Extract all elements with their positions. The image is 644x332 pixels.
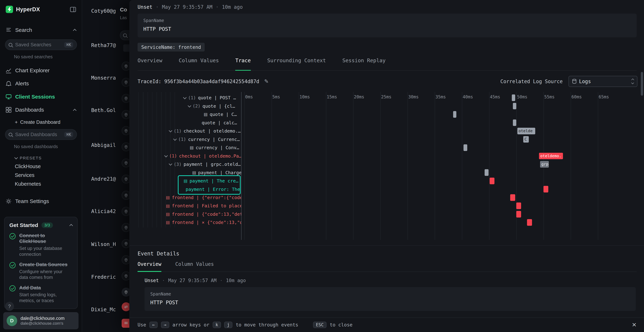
map-pin-icon[interactable] [122,62,130,71]
map-pin-icon[interactable] [122,110,130,119]
session-search-input[interactable]: Se [120,30,129,40]
span-bar[interactable] [513,103,516,110]
close-icon[interactable]: ✕ [632,322,637,328]
saved-dashboards-input[interactable]: Saved Dashboards ⌘K [5,129,77,140]
sidebar-item-team-settings[interactable]: Team Settings [0,196,82,206]
tab-surrounding-context[interactable]: Surrounding Context [267,58,326,70]
map-pin-icon[interactable] [122,174,130,184]
scrollbar-thumb[interactable] [641,72,643,96]
session-list-item[interactable]: Coty60@g [91,8,116,14]
sidebar-item-client-sessions[interactable]: Client Sessions [0,92,82,102]
span-bar[interactable]: oteldemo. [539,153,563,160]
create-dashboard-button[interactable]: + Create Dashboard [15,119,82,125]
span-bar[interactable]: otelde [517,128,535,134]
span-tree-row[interactable]: ▤quote | C… [138,110,241,118]
presets-header[interactable]: PRESETS [15,156,82,160]
span-bar[interactable]: grp [540,161,549,168]
span-tree-row[interactable]: (1)checkout | oteldemo.Pa… [138,152,241,160]
sidebar-item-search[interactable]: Search [0,25,82,36]
span-tree-row[interactable]: (2)quote | {cl… [138,102,241,110]
sidebar-item-alerts[interactable]: Alerts [0,78,82,89]
tab-trace[interactable]: Trace [235,58,250,70]
chevron-down-icon[interactable] [183,96,186,99]
event-details-tab-overview[interactable]: Overview [138,261,161,272]
chevron-down-icon[interactable] [169,129,172,132]
session-list-item[interactable]: Frederic [91,274,116,280]
get-started-item[interactable]: Create Data SourcesConfigure where your … [10,262,72,280]
sidebar-item-dashboards[interactable]: Dashboards [0,105,82,116]
span-tree-row[interactable]: ▤frontend | {"error":{"code… [138,193,241,202]
span-tree-row[interactable]: (1)currency | Currenc… [138,135,241,144]
span-tree-row[interactable]: ▤currency | Conv… [138,144,241,152]
session-list-item[interactable]: Dixie_Mc [91,306,116,312]
span-tree-row[interactable]: ▤frontend | {"code":13,"det… [138,210,241,218]
saved-searches-input[interactable]: Saved Searches ⌘K [5,39,77,50]
preset-item-kubernetes[interactable]: Kubernetes [0,181,82,187]
help-button[interactable]: ? [5,302,14,311]
session-list-item[interactable]: Andre21@ [91,176,116,182]
map-pin-icon[interactable] [122,94,130,103]
tab-overview[interactable]: Overview [138,58,162,70]
map-pin-icon[interactable] [122,288,130,297]
span-bar[interactable] [544,186,548,192]
tab-column-values[interactable]: Column Values [179,58,219,70]
map-pin-icon[interactable] [122,158,130,168]
session-filter-box[interactable] [123,44,129,52]
span-tree-row[interactable]: ▤frontend | Failed to place… [138,202,241,210]
span-tree-row[interactable]: (1)checkout | oteldemo.… [138,127,241,135]
session-list-item[interactable]: Alicia42 [91,208,116,214]
span-tree-row[interactable]: payment | Error: The … [138,185,241,193]
chevron-down-icon[interactable] [173,137,176,140]
chevron-up-icon[interactable] [70,224,73,227]
user-menu[interactable]: D dale@clickhouse.com dale@clickhouse.co… [3,312,78,329]
span-bar[interactable] [516,211,521,218]
preset-item-services[interactable]: Services [0,172,82,178]
mail-icon[interactable]: ✉ [122,319,130,328]
hyperdx-logo[interactable]: HyperDX [6,6,40,13]
edit-icon[interactable]: ✎ [264,78,269,84]
session-list-item[interactable]: Beth.Gol [91,107,116,113]
collapse-sidebar-icon[interactable] [70,7,76,12]
span-tree-row[interactable]: (3)payment | grpc.oteld… [138,160,241,168]
preset-item-clickhouse[interactable]: ClickHouse [0,164,82,170]
span-bar[interactable] [453,111,456,118]
session-list-item[interactable]: Monserra [91,75,116,81]
span-bar[interactable] [510,194,515,201]
map-pin-icon[interactable] [122,78,130,87]
session-list-item[interactable]: Retha77@ [91,42,116,48]
span-bar[interactable] [484,169,488,176]
chevron-down-icon[interactable] [164,154,168,157]
map-pin-icon[interactable] [122,191,130,200]
map-pin-icon[interactable] [122,142,130,152]
sidebar-item-chart-explorer[interactable]: Chart Explorer [0,65,82,76]
chevron-down-icon[interactable] [169,162,172,166]
session-list-item[interactable]: Wilson_H [91,241,116,247]
get-started-item[interactable]: Connect to ClickHouseSet up your databas… [10,233,72,257]
span-bar[interactable] [490,178,494,184]
service-name-badge[interactable]: ServiceName: frontend [138,43,205,52]
span-bar[interactable] [464,144,467,151]
span-bar[interactable]: C [523,136,528,143]
map-pin-icon[interactable] [122,239,130,248]
map-pin-icon[interactable] [122,271,130,280]
span-tree-row[interactable]: quote | calc… [138,118,241,127]
session-list-item[interactable]: Abbigail [91,142,116,148]
span-bar[interactable] [516,202,521,209]
session-replay-icon[interactable]: ⇄ [122,302,130,312]
tab-session-replay[interactable]: Session Replay [342,58,386,70]
map-pin-icon[interactable] [122,255,130,264]
get-started-item[interactable]: Add DataStart sending logs, metrics, or … [10,285,72,304]
map-pin-icon[interactable] [122,126,130,135]
span-tree-row[interactable]: (1)quote | POST … [138,94,241,102]
map-pin-icon[interactable] [122,207,130,216]
span-tree-row[interactable]: ▤frontend | × {"code":13,"d… [138,218,241,227]
span-tree-row[interactable]: ▤payment | Charge … [138,168,241,177]
map-pin-icon[interactable] [122,223,130,232]
span-bar[interactable] [513,120,516,126]
chevron-down-icon[interactable] [188,104,191,107]
span-bar[interactable] [512,94,515,101]
span-tree-row[interactable]: ▤payment | The cre… [138,177,241,185]
event-details-tab-column-values[interactable]: Column Values [175,261,214,272]
log-source-select[interactable]: Logs [568,76,638,87]
span-bar[interactable] [527,219,532,226]
